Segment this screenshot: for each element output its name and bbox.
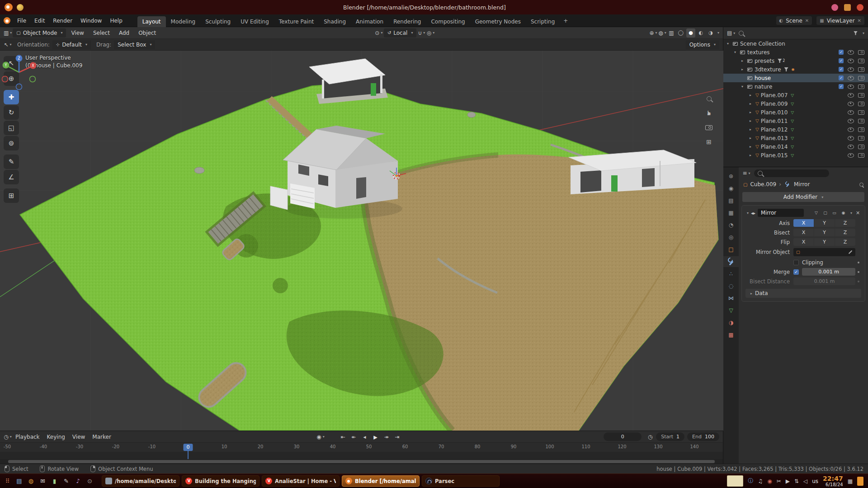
expand-arrow-icon[interactable]: ▸	[750, 102, 755, 106]
tray-info-icon[interactable]: ⓘ	[748, 477, 753, 485]
breadcrumb-object[interactable]: Cube.009	[750, 181, 776, 188]
use-preview-range-clock-icon[interactable]: ◷	[646, 432, 654, 441]
delete-modifier-icon[interactable]: ✕	[854, 210, 861, 216]
launcher-mail-icon[interactable]: ✉	[38, 476, 47, 486]
disable-in-render-camera-icon[interactable]	[858, 119, 864, 123]
properties-tab-particles-icon[interactable]: ∴	[723, 268, 739, 279]
clock[interactable]: 22:47 6/18/24	[823, 475, 843, 488]
menu-edit[interactable]: Edit	[30, 16, 49, 26]
disable-in-render-camera-icon[interactable]	[858, 127, 864, 132]
expand-arrow-icon[interactable]: ▸	[750, 145, 755, 149]
disable-in-render-camera-icon[interactable]	[858, 76, 864, 80]
expand-arrow-icon[interactable]: ▸	[750, 153, 755, 157]
tray-keyboard-layout[interactable]: us	[812, 478, 818, 484]
disable-in-render-camera-icon[interactable]	[858, 102, 864, 106]
play-reverse-button[interactable]: ◂	[360, 432, 369, 441]
timeline-menu-playback[interactable]: Playback	[12, 434, 43, 440]
collection-checkbox[interactable]: ✓	[839, 84, 844, 89]
properties-editor-type-icon[interactable]: ≡▾	[742, 169, 750, 178]
outliner-row-textures[interactable]: ▾ ▽ textures ▽ ◉ ✓	[723, 48, 868, 56]
mode-dropdown[interactable]: ▢ Object Mode▾	[13, 28, 66, 38]
timeline-menu-marker[interactable]: Marker	[89, 434, 114, 440]
add-modifier-button[interactable]: Add Modifier▾	[742, 192, 864, 202]
properties-search-input[interactable]	[754, 169, 829, 177]
viewport-canvas[interactable]: ↖⊕✚↻◱⊚✎∠⊞ User Perspective (0) house | C…	[0, 51, 723, 431]
disable-in-render-camera-icon[interactable]	[858, 50, 864, 55]
bisect-distance-field[interactable]: 0.001 m	[793, 277, 855, 285]
workspace-tab-layout[interactable]: Layout	[137, 16, 166, 27]
properties-tab-view-layer-icon[interactable]: ▦	[723, 207, 739, 218]
prev-keyframe-button[interactable]: ↞	[349, 432, 359, 441]
outliner-filter-dropdown-icon[interactable]: ▾	[863, 31, 864, 35]
workspace-tab-shading[interactable]: Shading	[319, 16, 351, 27]
hide-in-viewport-eye-icon[interactable]	[848, 110, 854, 115]
tray-recording-icon[interactable]: ◉	[767, 478, 772, 484]
jump-to-start-button[interactable]: ⇤	[338, 432, 348, 441]
transform-pivot-icon[interactable]: ⊙▾	[375, 28, 383, 38]
collection-checkbox[interactable]: ✓	[839, 75, 844, 80]
show-gizmos-icon[interactable]: ⊕▾	[649, 28, 657, 38]
shading-dropdown-icon[interactable]: ▾	[717, 31, 719, 35]
disable-in-render-camera-icon[interactable]	[858, 110, 864, 115]
properties-tab-tool-icon[interactable]: ⊛	[723, 171, 739, 182]
snap-magnet-icon[interactable]: ∪▾	[417, 28, 425, 38]
3d-scene[interactable]	[0, 51, 723, 431]
breadcrumb-modifier[interactable]: Mirror	[794, 181, 810, 188]
hide-in-viewport-eye-icon[interactable]	[848, 50, 854, 55]
tray-screenshot-thumbnail[interactable]	[727, 475, 743, 487]
modifier-display-on-cage-icon[interactable]: ▽	[813, 211, 820, 215]
expand-arrow-icon[interactable]: ▸	[750, 119, 755, 123]
expand-arrow-icon[interactable]: ▸	[741, 67, 747, 71]
launcher-file-manager-icon[interactable]: ▤	[14, 476, 24, 486]
tray-calendar-icon[interactable]: ▦	[848, 478, 853, 484]
modifier-display-render-icon[interactable]: ◉	[840, 211, 847, 215]
tool-annotate[interactable]: ✎	[4, 155, 19, 169]
tray-network-icon[interactable]: ⇅	[794, 478, 799, 484]
viewport-menu-select[interactable]: Select	[89, 28, 114, 38]
workspace-tab-sculpting[interactable]: Sculpting	[200, 16, 236, 27]
outliner-row-presets[interactable]: ▸ ▽ presets ▽ 2 ◉ ✓	[723, 56, 868, 65]
disable-in-render-camera-icon[interactable]	[858, 153, 864, 158]
launcher-terminal-icon[interactable]: ▮	[50, 476, 59, 486]
outliner-row-plane-013[interactable]: ▸ ▽ Plane.013 ▽ ◉ ✓	[723, 134, 868, 142]
tray-volume-icon[interactable]: ◁	[803, 478, 807, 484]
outliner-row-plane-014[interactable]: ▸ ▽ Plane.014 ▽ ◉ ✓	[723, 142, 868, 151]
modifier-display-realtime-icon[interactable]: ▭	[831, 211, 838, 215]
tool-scale[interactable]: ◱	[4, 121, 19, 135]
workspace-tab-rendering[interactable]: Rendering	[388, 16, 426, 27]
hide-in-viewport-eye-icon[interactable]	[848, 145, 854, 149]
hide-in-viewport-eye-icon[interactable]	[848, 136, 854, 141]
disable-in-render-camera-icon[interactable]	[858, 59, 864, 63]
collection-checkbox[interactable]: ✓	[839, 58, 844, 63]
tool-measure[interactable]: ∠	[4, 170, 19, 184]
outliner-row-plane-012[interactable]: ▸ ▽ Plane.012 ▽ ◉ ✓	[723, 125, 868, 134]
workspace-tab-geometry-nodes[interactable]: Geometry Nodes	[470, 16, 526, 27]
scene-selector[interactable]: ◐ Scene ✕	[776, 16, 812, 25]
outliner-search-icon[interactable]	[739, 31, 744, 36]
hide-in-viewport-eye-icon[interactable]	[848, 102, 854, 106]
outbuilding-object[interactable]	[569, 150, 696, 194]
launcher-settings-icon[interactable]: ⊙	[85, 476, 94, 486]
disable-in-render-camera-icon[interactable]	[858, 145, 864, 149]
expand-arrow-icon[interactable]: ▸	[750, 127, 755, 131]
eyedropper-icon[interactable]	[849, 250, 852, 254]
blender-app-menu-icon[interactable]	[4, 17, 10, 24]
properties-tab-modifiers-icon[interactable]	[723, 256, 739, 267]
outliner-row-plane-015[interactable]: ▸ ▽ Plane.015 ▽ ◉ ✓	[723, 151, 868, 160]
expand-arrow-icon[interactable]: ▸	[750, 136, 755, 140]
current-frame-field[interactable]: 0	[604, 432, 642, 441]
expand-arrow-icon[interactable]: ▾	[741, 84, 747, 89]
outliner-row-plane-009[interactable]: ▸ ▽ Plane.009 ▽ ◉ ✓	[723, 99, 868, 108]
bisect-x-button[interactable]: X	[793, 229, 814, 236]
axis-z-button[interactable]: Z	[835, 219, 855, 227]
viewport-menu-object[interactable]: Object	[134, 28, 160, 38]
hide-in-viewport-eye-icon[interactable]	[848, 127, 854, 132]
expand-arrow-icon[interactable]: ▸	[750, 110, 755, 114]
modifier-display-editmode-icon[interactable]: ▢	[822, 211, 829, 215]
hide-in-viewport-eye-icon[interactable]	[848, 153, 854, 158]
expand-arrow-icon[interactable]: ▾	[734, 50, 740, 54]
camera-view-icon[interactable]	[703, 122, 714, 133]
outliner-filter-icon[interactable]	[854, 31, 858, 35]
timeline-track-area[interactable]	[0, 452, 723, 459]
shading-wireframe-icon[interactable]: ◯	[676, 28, 685, 38]
